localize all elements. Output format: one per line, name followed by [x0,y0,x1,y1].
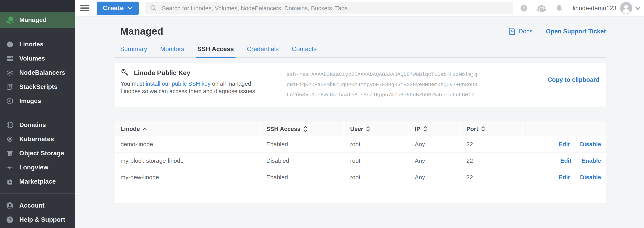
ssh-public-key-text: ssh-rsa AAAAB3NzaC1yc2EAAAADAQABAAABAQDB… [287,70,477,107]
cell-ip: Any [409,136,461,152]
cell-actions: Edit Enable [523,152,606,169]
volumes-icon [6,55,14,63]
cell-ssh-access: Enabled [261,169,345,185]
tab-ssh-access[interactable]: SSH Access [197,46,234,57]
sidebar-item-label: Images [19,98,41,105]
sidebar-item-volumes[interactable]: Volumes [0,51,75,66]
disable-link[interactable]: Disable [580,141,601,147]
longview-icon [6,164,14,171]
copy-to-clipboard-button[interactable]: Copy to clipboard [548,76,600,107]
column-header-ip[interactable]: IP [409,121,461,136]
sidebar-item-label: Help & Support [19,216,65,223]
sidebar-item-account[interactable]: Account [0,199,75,213]
global-search [145,2,513,14]
search-icon [150,4,157,12]
sidebar-item-managed[interactable]: Managed [0,12,75,28]
sidebar-item-label: Kubernetes [19,136,54,143]
sort-both-icon [481,125,485,132]
tab-bar: Summary Monitors SSH Access Credentials … [115,46,606,58]
docs-link[interactable]: Docs [508,27,532,35]
sidebar-item-label: Managed [19,16,47,24]
ssh-access-table: Linode SSH Access User IP [115,121,606,203]
table-header-row: Linode SSH Access User IP [115,121,606,136]
sidebar-item-label: Volumes [19,55,45,62]
svg-text:?: ? [522,5,525,11]
help-icon: ? [520,4,528,12]
disable-link[interactable]: Disable [580,174,601,180]
avatar[interactable] [620,2,632,14]
account-icon [6,202,14,210]
chevron-down-icon [128,6,133,10]
sidebar-item-label: Account [19,202,44,209]
sidebar-item-linodes[interactable]: Linodes [0,37,75,51]
tab-monitors[interactable]: Monitors [160,46,184,57]
sidebar-item-object-storage[interactable]: Object Storage [0,146,75,160]
cell-ssh-access: Enabled [261,136,345,152]
cell-actions: Edit Disable [523,136,606,152]
search-input[interactable] [161,4,508,12]
sort-both-icon [366,125,370,132]
sidebar-item-kubernetes[interactable]: Kubernetes [0,132,75,146]
bell-icon [556,4,563,12]
sidebar-item-longview[interactable]: Longview [0,160,75,175]
cell-port: 22 [461,152,523,169]
linode-cloud-manager: Managed Linodes Volumes [0,0,644,228]
cell-ip: Any [409,152,461,169]
column-header-linode[interactable]: Linode [115,121,261,136]
hamburger-menu-icon[interactable] [80,5,89,11]
sidebar: Managed Linodes Volumes [0,0,75,228]
sidebar-item-label: Object Storage [19,150,64,157]
sidebar-item-label: Longview [19,164,48,171]
managed-icon [6,16,14,24]
domains-icon [6,121,14,129]
install-ssh-key-link[interactable]: install our public SSH key [146,81,210,87]
account-menu-chevron-icon[interactable] [635,6,641,10]
tab-summary[interactable]: Summary [120,46,147,57]
community-button[interactable] [536,4,547,12]
cell-user: root [345,169,409,185]
sidebar-item-label: StackScripts [19,83,58,90]
sidebar-group-account: Account ? Help & Support [0,199,75,227]
create-button-label: Create [103,4,124,12]
sidebar-item-stackscripts[interactable]: StackScripts [0,80,75,94]
enable-link[interactable]: Enable [582,157,601,164]
cell-ip: Any [409,169,461,185]
column-header-port[interactable]: Port [461,121,523,136]
marketplace-icon [6,178,14,186]
sidebar-item-help-support[interactable]: ? Help & Support [0,213,75,227]
table-row: my-block-storage-linode Disabled root An… [115,152,606,169]
sidebar-item-label: NodeBalancers [19,69,65,76]
cell-user: root [345,152,409,169]
cell-port: 22 [461,169,523,185]
column-header-ssh-access[interactable]: SSH Access [261,121,345,136]
tab-contacts[interactable]: Contacts [292,46,316,57]
edit-link[interactable]: Edit [560,157,572,164]
stackscripts-icon [6,83,14,91]
sidebar-header-strip [0,0,75,12]
edit-link[interactable]: Edit [559,141,570,147]
sidebar-item-marketplace[interactable]: Marketplace [0,175,75,189]
sidebar-group-services: Domains Kubernetes Object Storage [0,118,75,189]
sidebar-item-images[interactable]: Images [0,94,75,108]
object-storage-icon [6,149,14,157]
notifications-button[interactable] [556,4,563,12]
table-row: my-new-linode Enabled root Any 22 Edit D… [115,169,606,185]
docs-label: Docs [518,28,532,35]
edit-link[interactable]: Edit [559,174,570,180]
cell-linode: my-new-linode [115,169,261,185]
sort-both-icon [303,125,308,132]
tab-credentials[interactable]: Credentials [247,46,279,57]
page-title: Managed [120,25,164,37]
sidebar-item-domains[interactable]: Domains [0,118,75,132]
open-support-ticket-link[interactable]: Open Support Ticket [546,28,606,35]
column-header-actions [523,121,606,136]
username-label: linode-demo123 [573,4,616,11]
public-key-title: Linode Public Key [134,69,190,77]
sidebar-item-nodebalancers[interactable]: NodeBalancers [0,66,75,80]
nodebalancers-icon [6,69,14,77]
column-header-user[interactable]: User [345,121,409,136]
help-button[interactable]: ? [520,4,528,12]
sort-asc-icon [142,127,147,130]
create-button[interactable]: Create [97,1,139,15]
topbar: Create ? [75,0,644,16]
